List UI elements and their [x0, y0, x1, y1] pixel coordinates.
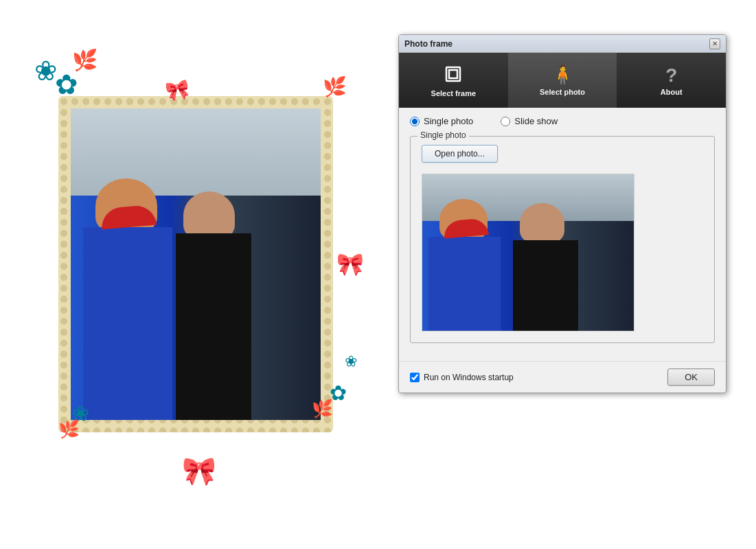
leaf-bl: 🌿	[58, 419, 80, 439]
frame-photo	[71, 108, 321, 420]
leaf-tr: 🌿	[323, 75, 347, 98]
flower-decoration-tl: ❀	[34, 55, 58, 86]
tab-about-label: About	[661, 88, 683, 96]
question-icon: ?	[665, 66, 677, 85]
ok-button[interactable]: OK	[667, 369, 715, 386]
startup-label: Run on Windows startup	[424, 373, 514, 382]
people-photo	[71, 108, 321, 420]
right-panel: Photo frame ✕ Select frame 🧍 Select phot…	[398, 0, 756, 549]
dialog-content: Single photo Slide show Single photo Ope…	[399, 108, 726, 361]
tab-select-photo-label: Select photo	[540, 88, 585, 96]
tab-select-frame-label: Select frame	[431, 89, 476, 97]
ribbon-bottom: 🎀	[182, 455, 216, 487]
radio-single-photo-input[interactable]	[410, 117, 420, 126]
tab-select-frame[interactable]: Select frame	[399, 53, 508, 108]
heart-deco: ♥	[338, 96, 354, 126]
radio-slide-show-input[interactable]	[501, 117, 510, 126]
dialog-title: Photo frame	[404, 39, 453, 49]
person-icon: 🧍	[551, 66, 575, 85]
toolbar: Select frame 🧍 Select photo ? About	[399, 53, 726, 108]
radio-slide-show[interactable]: Slide show	[501, 116, 558, 126]
frame-visual: ❀ ✿ 🌿 🌿 ♥ 🎀 🎀 ❀ 🌿 ✿ 🌿 🎀 ❀	[31, 41, 367, 508]
radio-single-photo-label: Single photo	[424, 116, 473, 126]
dialog-titlebar: Photo frame ✕	[399, 35, 726, 53]
frame-preview-area: ❀ ✿ 🌿 🌿 ♥ 🎀 🎀 ❀ 🌿 ✿ 🌿 🎀 ❀	[0, 0, 398, 549]
tab-about[interactable]: ? About	[617, 53, 726, 108]
group-label: Single photo	[417, 130, 469, 140]
leaf-tl: 🌿	[72, 48, 98, 72]
dialog-bottom: Run on Windows startup OK	[399, 361, 726, 393]
flower-decoration-tl2: ✿	[55, 69, 78, 100]
frame-icon	[444, 65, 463, 86]
open-photo-button[interactable]: Open photo...	[422, 145, 498, 163]
ribbon-top: 🎀	[163, 77, 191, 104]
radio-slide-show-label: Slide show	[514, 116, 558, 126]
svg-rect-1	[449, 70, 457, 78]
radio-single-photo[interactable]: Single photo	[410, 116, 473, 126]
single-photo-group: Single photo Open photo...	[410, 136, 715, 343]
photo-preview	[422, 174, 634, 331]
close-button[interactable]: ✕	[709, 38, 720, 49]
startup-checkbox[interactable]	[410, 373, 420, 382]
dialog-window: Photo frame ✕ Select frame 🧍 Select phot…	[398, 34, 726, 393]
tab-select-photo[interactable]: 🧍 Select photo	[508, 53, 617, 108]
startup-checkbox-row[interactable]: Run on Windows startup	[410, 373, 514, 382]
radio-row: Single photo Slide show	[410, 116, 715, 126]
leaf-br: 🌿	[312, 399, 333, 419]
ribbon-right: 🎀	[336, 251, 364, 277]
flower-mr: ❀	[345, 353, 357, 371]
